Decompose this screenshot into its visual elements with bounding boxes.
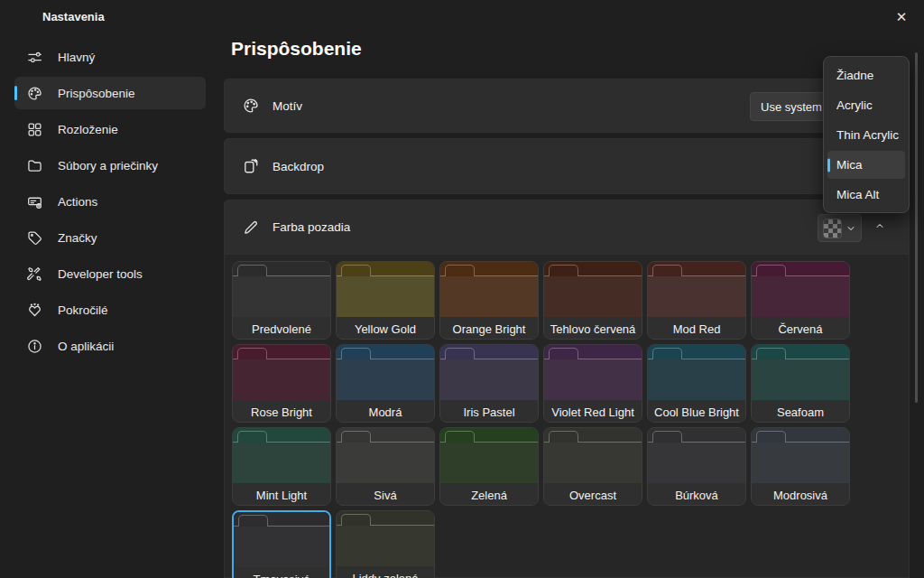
color-tile-label: Orange Bright: [440, 317, 538, 340]
color-tile[interactable]: Tmavosivá: [232, 510, 331, 578]
backdrop-card[interactable]: Backdrop: [224, 138, 910, 194]
folder-tab: [341, 514, 371, 526]
chevron-down-icon: [845, 223, 856, 234]
color-tile[interactable]: Búrková: [647, 427, 746, 506]
folder-swatch: [337, 511, 434, 566]
folder-tab: [756, 348, 786, 359]
sidebar-item-prisposobenie[interactable]: Prispôsobenie: [14, 77, 206, 109]
folder-tab: [445, 431, 475, 443]
color-tile[interactable]: Rose Bright: [232, 344, 331, 423]
sidebar-item-label: Rozloženie: [58, 123, 118, 136]
color-tile-label: Modrosivá: [752, 483, 849, 506]
close-button[interactable]: ✕: [888, 5, 915, 29]
folder-body: [648, 442, 745, 483]
sidebar-item-actions[interactable]: Actions: [14, 185, 206, 218]
color-tile-label: Iris Pastel: [440, 400, 538, 423]
folder-swatch: [544, 428, 642, 483]
folder-body: [337, 525, 434, 566]
close-icon: ✕: [896, 9, 908, 25]
folder-tab: [445, 265, 475, 276]
folder-swatch: [648, 345, 745, 400]
folder-tab: [652, 431, 682, 443]
tools-icon: [27, 266, 42, 282]
color-tile[interactable]: Orange Bright: [439, 261, 539, 340]
folder-body: [440, 442, 538, 483]
folder-body: [648, 359, 745, 400]
sidebar-item-oaplikacii[interactable]: O aplikácii: [14, 330, 206, 362]
folder-swatch: [752, 428, 849, 483]
color-tile[interactable]: Violet Red Light: [543, 344, 642, 423]
color-tile[interactable]: Mod Red: [647, 261, 746, 340]
vertical-scrollbar[interactable]: [915, 52, 918, 403]
folder-tab: [549, 348, 578, 359]
selection-indicator: [14, 266, 17, 281]
folder-swatch: [337, 428, 434, 483]
color-tile[interactable]: Iris Pastel: [439, 344, 539, 423]
sidebar-item-hlavny[interactable]: Hlavný: [14, 41, 206, 73]
folder-swatch: [648, 262, 745, 317]
folder-body: [233, 359, 330, 400]
color-tile-label: Mint Light: [233, 483, 330, 506]
info-icon: [27, 339, 42, 354]
background-color-card[interactable]: Farba pozadia: [224, 200, 910, 255]
menu-item-mica-alt[interactable]: Mica Alt: [827, 181, 905, 209]
folder-swatch: [234, 512, 329, 567]
sidebar-item-znacky[interactable]: Značky: [14, 221, 206, 254]
selection-indicator: [827, 69, 830, 82]
folder-body: [544, 275, 642, 317]
sidebar-item-label: Prispôsobenie: [58, 87, 135, 100]
menu-item-ziadne[interactable]: Žiadne: [827, 61, 905, 89]
chevron-up-icon[interactable]: [874, 220, 885, 231]
color-tile[interactable]: Yellow Gold: [336, 261, 435, 340]
backdrop-icon: [243, 158, 259, 174]
color-tile[interactable]: Tehlovo červená: [543, 261, 642, 340]
folder-tab: [652, 265, 682, 276]
sidebar-item-rozlozenie[interactable]: Rozloženie: [14, 113, 206, 145]
sidebar-item-label: Hlavný: [58, 51, 95, 64]
selection-indicator: [14, 122, 17, 136]
sidebar-item-devtools[interactable]: Developer tools: [14, 257, 206, 290]
color-tile-label: Overcast: [544, 483, 642, 506]
folder-tab: [756, 431, 786, 443]
color-tile[interactable]: Modrosivá: [751, 427, 850, 506]
color-tile[interactable]: Liddy zelená: [336, 510, 435, 578]
selection-indicator: [14, 86, 17, 100]
background-color-expander: Predvolené Yellow Gold Orange Bright: [224, 255, 910, 578]
color-tile[interactable]: Cool Blue Bright: [647, 344, 746, 423]
color-tile[interactable]: Zelená: [439, 427, 539, 506]
sidebar-item-subory[interactable]: Súbory a priečinky: [14, 149, 206, 182]
folder-swatch: [440, 345, 538, 400]
folder-swatch: [233, 345, 330, 400]
color-tile[interactable]: Overcast: [543, 427, 642, 506]
color-tile-label: Cool Blue Bright: [648, 400, 745, 423]
color-tile[interactable]: Modrá: [336, 344, 435, 423]
tag-icon: [27, 230, 42, 246]
folder-tab: [238, 515, 268, 527]
folder-body: [544, 359, 642, 400]
color-tile-label: Rose Bright: [233, 400, 330, 423]
selection-indicator: [14, 194, 17, 209]
color-tile[interactable]: Mint Light: [232, 427, 331, 506]
menu-item-mica[interactable]: Mica: [827, 151, 905, 179]
backdrop-card-label: Backdrop: [273, 160, 324, 173]
color-tile[interactable]: Seafoam: [751, 344, 850, 423]
color-tile[interactable]: Sivá: [336, 427, 435, 506]
folder-body: [440, 275, 538, 317]
color-tile[interactable]: Červená: [751, 261, 850, 340]
theme-card[interactable]: Motív Use system setting: [224, 79, 910, 133]
sidebar-item-pokrocile[interactable]: Pokročilé: [14, 294, 206, 326]
menu-item-acrylic[interactable]: Acrylic: [827, 91, 905, 119]
color-tile-label: Červená: [752, 317, 849, 340]
layout-icon: [27, 122, 42, 137]
palette-icon: [27, 86, 42, 101]
folder-swatch: [337, 262, 434, 317]
color-picker-split-button[interactable]: [818, 214, 862, 242]
color-tile-label: Modrá: [337, 400, 434, 423]
brush-icon: [243, 219, 259, 236]
folder-swatch: [233, 262, 330, 317]
folder-body: [752, 442, 849, 483]
color-tile[interactable]: Predvolené: [232, 261, 331, 340]
folder-swatch: [440, 428, 538, 483]
menu-item-thin-acrylic[interactable]: Thin Acrylic: [827, 121, 905, 149]
folder-swatch: [233, 428, 330, 483]
